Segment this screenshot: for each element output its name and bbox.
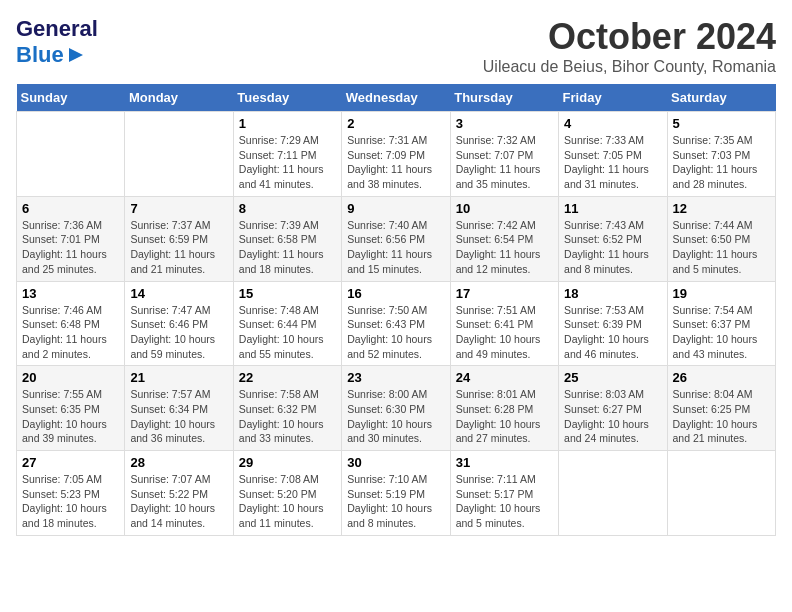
day-number: 27: [22, 455, 119, 470]
calendar-cell: 9Sunrise: 7:40 AMSunset: 6:56 PMDaylight…: [342, 196, 450, 281]
day-info: Sunrise: 7:53 AMSunset: 6:39 PMDaylight:…: [564, 303, 661, 362]
day-info: Sunrise: 7:36 AMSunset: 7:01 PMDaylight:…: [22, 218, 119, 277]
logo-text: General Blue: [16, 16, 98, 68]
calendar-cell: 20Sunrise: 7:55 AMSunset: 6:35 PMDayligh…: [17, 366, 125, 451]
svg-marker-0: [69, 48, 83, 62]
calendar-cell: 13Sunrise: 7:46 AMSunset: 6:48 PMDayligh…: [17, 281, 125, 366]
calendar-cell: 4Sunrise: 7:33 AMSunset: 7:05 PMDaylight…: [559, 112, 667, 197]
weekday-header-wednesday: Wednesday: [342, 84, 450, 112]
calendar-cell: 10Sunrise: 7:42 AMSunset: 6:54 PMDayligh…: [450, 196, 558, 281]
calendar-cell: 21Sunrise: 7:57 AMSunset: 6:34 PMDayligh…: [125, 366, 233, 451]
page-header: General Blue October 2024 Uileacu de Bei…: [16, 16, 776, 76]
calendar-cell: 30Sunrise: 7:10 AMSunset: 5:19 PMDayligh…: [342, 451, 450, 536]
week-row-5: 27Sunrise: 7:05 AMSunset: 5:23 PMDayligh…: [17, 451, 776, 536]
day-info: Sunrise: 7:37 AMSunset: 6:59 PMDaylight:…: [130, 218, 227, 277]
day-info: Sunrise: 7:44 AMSunset: 6:50 PMDaylight:…: [673, 218, 770, 277]
day-info: Sunrise: 7:57 AMSunset: 6:34 PMDaylight:…: [130, 387, 227, 446]
calendar-cell: 3Sunrise: 7:32 AMSunset: 7:07 PMDaylight…: [450, 112, 558, 197]
location-title: Uileacu de Beius, Bihor County, Romania: [483, 58, 776, 76]
day-number: 6: [22, 201, 119, 216]
day-info: Sunrise: 7:05 AMSunset: 5:23 PMDaylight:…: [22, 472, 119, 531]
day-number: 15: [239, 286, 336, 301]
calendar-cell: 5Sunrise: 7:35 AMSunset: 7:03 PMDaylight…: [667, 112, 775, 197]
day-number: 9: [347, 201, 444, 216]
day-info: Sunrise: 7:35 AMSunset: 7:03 PMDaylight:…: [673, 133, 770, 192]
calendar-table: SundayMondayTuesdayWednesdayThursdayFrid…: [16, 84, 776, 536]
day-number: 20: [22, 370, 119, 385]
day-number: 1: [239, 116, 336, 131]
day-info: Sunrise: 8:04 AMSunset: 6:25 PMDaylight:…: [673, 387, 770, 446]
calendar-cell: 26Sunrise: 8:04 AMSunset: 6:25 PMDayligh…: [667, 366, 775, 451]
day-info: Sunrise: 7:55 AMSunset: 6:35 PMDaylight:…: [22, 387, 119, 446]
calendar-cell: 16Sunrise: 7:50 AMSunset: 6:43 PMDayligh…: [342, 281, 450, 366]
calendar-cell: [17, 112, 125, 197]
day-number: 5: [673, 116, 770, 131]
day-number: 21: [130, 370, 227, 385]
calendar-cell: 2Sunrise: 7:31 AMSunset: 7:09 PMDaylight…: [342, 112, 450, 197]
calendar-cell: 23Sunrise: 8:00 AMSunset: 6:30 PMDayligh…: [342, 366, 450, 451]
calendar-cell: 19Sunrise: 7:54 AMSunset: 6:37 PMDayligh…: [667, 281, 775, 366]
week-row-3: 13Sunrise: 7:46 AMSunset: 6:48 PMDayligh…: [17, 281, 776, 366]
day-info: Sunrise: 7:42 AMSunset: 6:54 PMDaylight:…: [456, 218, 553, 277]
week-row-1: 1Sunrise: 7:29 AMSunset: 7:11 PMDaylight…: [17, 112, 776, 197]
logo: General Blue: [16, 16, 98, 68]
day-info: Sunrise: 7:33 AMSunset: 7:05 PMDaylight:…: [564, 133, 661, 192]
weekday-header-tuesday: Tuesday: [233, 84, 341, 112]
day-number: 29: [239, 455, 336, 470]
day-info: Sunrise: 7:50 AMSunset: 6:43 PMDaylight:…: [347, 303, 444, 362]
calendar-cell: [125, 112, 233, 197]
day-number: 26: [673, 370, 770, 385]
day-info: Sunrise: 7:46 AMSunset: 6:48 PMDaylight:…: [22, 303, 119, 362]
weekday-header-saturday: Saturday: [667, 84, 775, 112]
day-info: Sunrise: 7:39 AMSunset: 6:58 PMDaylight:…: [239, 218, 336, 277]
calendar-cell: 24Sunrise: 8:01 AMSunset: 6:28 PMDayligh…: [450, 366, 558, 451]
day-number: 17: [456, 286, 553, 301]
day-number: 11: [564, 201, 661, 216]
day-number: 25: [564, 370, 661, 385]
calendar-cell: 12Sunrise: 7:44 AMSunset: 6:50 PMDayligh…: [667, 196, 775, 281]
day-info: Sunrise: 7:11 AMSunset: 5:17 PMDaylight:…: [456, 472, 553, 531]
day-info: Sunrise: 7:43 AMSunset: 6:52 PMDaylight:…: [564, 218, 661, 277]
day-number: 7: [130, 201, 227, 216]
calendar-cell: 27Sunrise: 7:05 AMSunset: 5:23 PMDayligh…: [17, 451, 125, 536]
calendar-cell: 28Sunrise: 7:07 AMSunset: 5:22 PMDayligh…: [125, 451, 233, 536]
weekday-header-monday: Monday: [125, 84, 233, 112]
day-number: 10: [456, 201, 553, 216]
weekday-header-friday: Friday: [559, 84, 667, 112]
day-info: Sunrise: 7:48 AMSunset: 6:44 PMDaylight:…: [239, 303, 336, 362]
day-number: 14: [130, 286, 227, 301]
week-row-4: 20Sunrise: 7:55 AMSunset: 6:35 PMDayligh…: [17, 366, 776, 451]
weekday-header-sunday: Sunday: [17, 84, 125, 112]
day-info: Sunrise: 8:03 AMSunset: 6:27 PMDaylight:…: [564, 387, 661, 446]
calendar-cell: 8Sunrise: 7:39 AMSunset: 6:58 PMDaylight…: [233, 196, 341, 281]
day-number: 28: [130, 455, 227, 470]
day-info: Sunrise: 7:32 AMSunset: 7:07 PMDaylight:…: [456, 133, 553, 192]
day-info: Sunrise: 7:07 AMSunset: 5:22 PMDaylight:…: [130, 472, 227, 531]
weekday-header-row: SundayMondayTuesdayWednesdayThursdayFrid…: [17, 84, 776, 112]
day-info: Sunrise: 7:40 AMSunset: 6:56 PMDaylight:…: [347, 218, 444, 277]
calendar-cell: 22Sunrise: 7:58 AMSunset: 6:32 PMDayligh…: [233, 366, 341, 451]
day-info: Sunrise: 7:31 AMSunset: 7:09 PMDaylight:…: [347, 133, 444, 192]
logo-line2: Blue: [16, 42, 98, 68]
logo-arrow-icon: [67, 46, 85, 64]
week-row-2: 6Sunrise: 7:36 AMSunset: 7:01 PMDaylight…: [17, 196, 776, 281]
calendar-cell: 17Sunrise: 7:51 AMSunset: 6:41 PMDayligh…: [450, 281, 558, 366]
calendar-cell: 25Sunrise: 8:03 AMSunset: 6:27 PMDayligh…: [559, 366, 667, 451]
day-number: 18: [564, 286, 661, 301]
day-info: Sunrise: 7:51 AMSunset: 6:41 PMDaylight:…: [456, 303, 553, 362]
day-number: 8: [239, 201, 336, 216]
day-info: Sunrise: 7:08 AMSunset: 5:20 PMDaylight:…: [239, 472, 336, 531]
title-block: October 2024 Uileacu de Beius, Bihor Cou…: [483, 16, 776, 76]
day-number: 22: [239, 370, 336, 385]
calendar-cell: 18Sunrise: 7:53 AMSunset: 6:39 PMDayligh…: [559, 281, 667, 366]
calendar-cell: 29Sunrise: 7:08 AMSunset: 5:20 PMDayligh…: [233, 451, 341, 536]
weekday-header-thursday: Thursday: [450, 84, 558, 112]
calendar-cell: 11Sunrise: 7:43 AMSunset: 6:52 PMDayligh…: [559, 196, 667, 281]
calendar-cell: 14Sunrise: 7:47 AMSunset: 6:46 PMDayligh…: [125, 281, 233, 366]
day-number: 16: [347, 286, 444, 301]
calendar-cell: 6Sunrise: 7:36 AMSunset: 7:01 PMDaylight…: [17, 196, 125, 281]
calendar-cell: 1Sunrise: 7:29 AMSunset: 7:11 PMDaylight…: [233, 112, 341, 197]
day-number: 2: [347, 116, 444, 131]
calendar-cell: [559, 451, 667, 536]
day-info: Sunrise: 7:47 AMSunset: 6:46 PMDaylight:…: [130, 303, 227, 362]
